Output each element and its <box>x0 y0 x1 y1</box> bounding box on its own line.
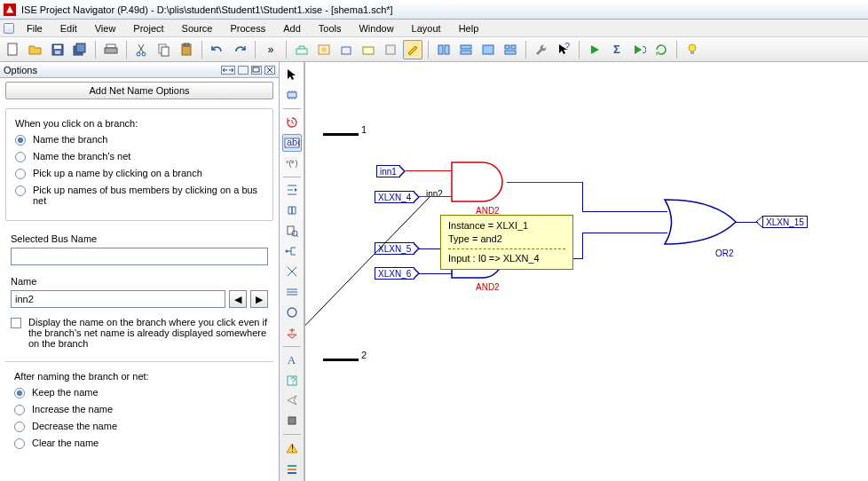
bulb-button[interactable] <box>683 40 702 59</box>
open-button[interactable] <box>26 40 45 59</box>
svg-rect-27 <box>505 51 516 54</box>
bus-tool[interactable] <box>282 283 302 301</box>
svg-rect-7 <box>105 48 117 53</box>
tool-c[interactable] <box>336 40 356 59</box>
tool-highlight[interactable] <box>403 40 422 59</box>
net-xlxn15[interactable]: XLXN_15 <box>762 216 808 228</box>
svg-rect-21 <box>445 45 449 54</box>
power-tool[interactable] <box>282 324 302 342</box>
sigma-button[interactable]: Σ <box>607 40 627 59</box>
svg-rect-31 <box>253 67 259 72</box>
circle-tool[interactable] <box>282 304 302 321</box>
menu-source[interactable]: Source <box>173 20 222 36</box>
display-name-checkbox[interactable]: Display the name on the branch where you… <box>11 317 268 349</box>
text-tool[interactable]: A <box>282 351 302 369</box>
play-loop-button[interactable] <box>629 40 649 59</box>
history-tool[interactable] <box>282 114 302 131</box>
net-xlxn4[interactable]: XLXN_4 <box>375 191 414 203</box>
layout-b[interactable] <box>456 40 476 59</box>
net-xlxn6[interactable]: XLXN_6 <box>375 267 414 280</box>
net-inn2-edit[interactable]: inn2 <box>424 189 445 199</box>
menu-help[interactable]: Help <box>450 20 488 36</box>
new-button[interactable] <box>4 40 23 59</box>
schematic-canvas[interactable]: 1 2 AND2 AND2 OR2 inn1 XLXN_4 inn2 XLXN_… <box>304 62 868 481</box>
help-cursor-button[interactable]: ? <box>554 40 573 59</box>
options-panel: Options Add Net Name Options When you cl… <box>0 62 280 481</box>
radio-name-branch[interactable]: Name the branch <box>15 134 264 146</box>
radio-clear-name[interactable]: Clear the name <box>14 438 264 449</box>
wrench-button[interactable] <box>532 40 551 59</box>
menu-window[interactable]: Window <box>350 20 402 36</box>
undo-button[interactable] <box>208 40 227 59</box>
radio-keep-name[interactable]: Keep the name <box>14 387 264 398</box>
layout-c[interactable] <box>478 40 498 59</box>
svg-rect-17 <box>342 47 351 54</box>
menu-edit[interactable]: Edit <box>51 20 86 36</box>
menu-tools[interactable]: Tools <box>310 20 351 36</box>
menu-view[interactable]: View <box>86 20 125 36</box>
tool-d[interactable] <box>359 40 378 59</box>
menu-add[interactable]: Add <box>274 20 310 36</box>
lookup-tool[interactable] <box>282 222 302 240</box>
paste-button[interactable] <box>177 40 196 59</box>
print-button[interactable] <box>101 40 121 59</box>
name-next-button[interactable]: ▶ <box>250 290 268 308</box>
overflow-button[interactable]: » <box>261 40 280 59</box>
svg-text:abc: abc <box>287 137 300 147</box>
radio-decrease-name[interactable]: Decrease the name <box>14 421 264 432</box>
warning-tool[interactable]: ! <box>282 439 302 457</box>
name-prev-button[interactable]: ◀ <box>229 290 247 308</box>
net-inn1[interactable]: inn1 <box>376 165 400 177</box>
hier-down-tool[interactable] <box>282 181 302 199</box>
svg-rect-32 <box>288 92 296 98</box>
tool-a[interactable] <box>292 40 312 59</box>
layout-a[interactable] <box>434 40 454 59</box>
add-net-name-options-button[interactable]: Add Net Name Options <box>5 82 273 99</box>
radio-name-branch-net[interactable]: Name the branch's net <box>15 151 264 162</box>
radio-pickup-name[interactable]: Pick up a name by clicking on a branch <box>15 168 264 179</box>
copy-button[interactable] <box>154 40 174 59</box>
send-tool[interactable] <box>282 392 302 410</box>
tool-b[interactable] <box>314 40 334 59</box>
svg-rect-44 <box>288 469 296 470</box>
tool-e[interactable] <box>381 40 400 59</box>
hardware-tool[interactable] <box>282 412 302 430</box>
redo-button[interactable] <box>230 40 249 59</box>
menu-layout[interactable]: Layout <box>403 20 450 36</box>
layout-d[interactable] <box>501 40 520 59</box>
panel-dock-icon[interactable] <box>221 66 235 75</box>
save-all-button[interactable] <box>70 40 90 59</box>
refresh-button[interactable] <box>651 40 671 59</box>
net-tool[interactable] <box>282 242 302 260</box>
options-title: Options <box>4 65 37 75</box>
net-xlxn5[interactable]: XLXN_5 <box>375 242 414 255</box>
name-label: Name <box>11 276 268 287</box>
svg-rect-19 <box>386 45 395 54</box>
name-input[interactable]: inn2 <box>11 290 225 308</box>
branch-click-group: When you click on a branch: Name the bra… <box>5 108 273 221</box>
menu-project[interactable]: Project <box>124 20 172 36</box>
flip-tool[interactable] <box>282 201 302 219</box>
panel-close-icon[interactable] <box>264 66 275 75</box>
branch-tool[interactable] <box>282 263 302 280</box>
gate-tooltip: Instance = XLXI_1 Type = and2 Input : I0… <box>440 215 573 270</box>
menu-process[interactable]: Process <box>221 20 274 36</box>
panel-restore-icon[interactable] <box>251 66 262 75</box>
system-menu-icon[interactable] <box>4 23 14 34</box>
radio-increase-name[interactable]: Increase the name <box>14 404 264 415</box>
svg-rect-5 <box>76 43 85 52</box>
cut-button[interactable] <box>132 40 152 59</box>
save-button[interactable] <box>48 40 67 59</box>
play-button[interactable] <box>585 40 604 59</box>
selected-bus-input[interactable] <box>11 248 268 265</box>
select-chip-tool[interactable] <box>282 86 302 104</box>
abc-label-tool[interactable]: abc <box>282 134 302 152</box>
radio-pickup-bus[interactable]: Pick up names of bus members by clicking… <box>15 185 264 206</box>
panel-minimize-icon[interactable] <box>238 66 249 75</box>
stack-tool[interactable] <box>282 460 302 477</box>
menu-file[interactable]: File <box>18 20 51 36</box>
cursor-tool[interactable] <box>282 66 302 83</box>
check-tool[interactable]: ? <box>282 372 302 390</box>
alpha-par-tool[interactable]: ᵅ(ᵒ) <box>282 154 302 172</box>
main-toolbar: » ? Σ <box>0 37 868 62</box>
